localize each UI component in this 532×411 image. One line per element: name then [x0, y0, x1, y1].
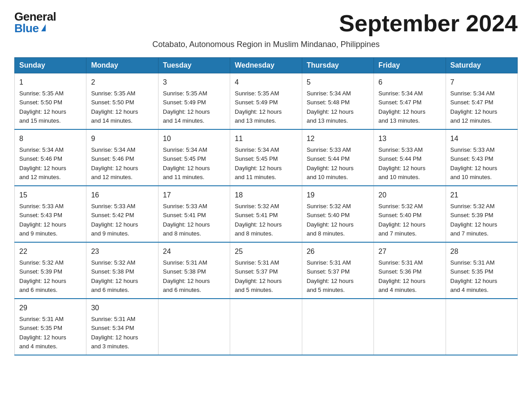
day-info: Sunrise: 5:31 AMSunset: 5:37 PMDaylight:…	[235, 259, 282, 293]
table-row: 29Sunrise: 5:31 AMSunset: 5:35 PMDayligh…	[15, 299, 86, 355]
table-row: 5Sunrise: 5:34 AMSunset: 5:48 PMDaylight…	[302, 73, 373, 130]
day-number: 9	[91, 133, 153, 144]
table-row: 17Sunrise: 5:33 AMSunset: 5:41 PMDayligh…	[158, 186, 230, 242]
calendar-week-row: 15Sunrise: 5:33 AMSunset: 5:43 PMDayligh…	[15, 186, 518, 242]
logo: General Blue	[14, 11, 56, 34]
day-number: 13	[378, 133, 441, 144]
table-row: 2Sunrise: 5:35 AMSunset: 5:50 PMDaylight…	[86, 73, 158, 130]
table-row: 21Sunrise: 5:32 AMSunset: 5:39 PMDayligh…	[446, 186, 517, 242]
table-row: 7Sunrise: 5:34 AMSunset: 5:47 PMDaylight…	[446, 73, 517, 130]
table-row: 11Sunrise: 5:34 AMSunset: 5:45 PMDayligh…	[230, 129, 302, 186]
day-number: 4	[235, 77, 297, 88]
day-number: 30	[91, 303, 153, 313]
table-row: 6Sunrise: 5:34 AMSunset: 5:47 PMDaylight…	[374, 73, 446, 130]
day-info: Sunrise: 5:35 AMSunset: 5:49 PMDaylight:…	[235, 90, 282, 124]
table-row: 28Sunrise: 5:31 AMSunset: 5:35 PMDayligh…	[446, 242, 517, 299]
day-info: Sunrise: 5:34 AMSunset: 5:45 PMDaylight:…	[235, 146, 282, 180]
calendar-week-row: 29Sunrise: 5:31 AMSunset: 5:35 PMDayligh…	[15, 299, 518, 355]
table-row: 24Sunrise: 5:31 AMSunset: 5:38 PMDayligh…	[158, 242, 230, 299]
day-info: Sunrise: 5:35 AMSunset: 5:50 PMDaylight:…	[19, 90, 66, 124]
table-row: 10Sunrise: 5:34 AMSunset: 5:45 PMDayligh…	[158, 129, 230, 186]
col-friday: Friday	[374, 58, 446, 73]
calendar-header-row: Sunday Monday Tuesday Wednesday Thursday…	[15, 58, 518, 73]
logo-blue-text: Blue	[14, 22, 46, 34]
day-number: 28	[450, 246, 513, 257]
table-row: 3Sunrise: 5:35 AMSunset: 5:49 PMDaylight…	[158, 73, 230, 130]
day-info: Sunrise: 5:31 AMSunset: 5:35 PMDaylight:…	[19, 316, 66, 350]
day-info: Sunrise: 5:33 AMSunset: 5:41 PMDaylight:…	[163, 203, 210, 237]
table-row: 15Sunrise: 5:33 AMSunset: 5:43 PMDayligh…	[15, 186, 86, 242]
table-row: 8Sunrise: 5:34 AMSunset: 5:46 PMDaylight…	[15, 129, 86, 186]
day-number: 5	[307, 77, 369, 88]
table-row: 26Sunrise: 5:31 AMSunset: 5:37 PMDayligh…	[302, 242, 373, 299]
table-row	[158, 299, 230, 355]
day-number: 15	[19, 190, 82, 201]
calendar-week-row: 22Sunrise: 5:32 AMSunset: 5:39 PMDayligh…	[15, 242, 518, 299]
col-saturday: Saturday	[446, 58, 517, 73]
day-number: 12	[307, 133, 369, 144]
table-row: 30Sunrise: 5:31 AMSunset: 5:34 PMDayligh…	[86, 299, 158, 355]
table-row: 18Sunrise: 5:32 AMSunset: 5:41 PMDayligh…	[230, 186, 302, 242]
table-row: 27Sunrise: 5:31 AMSunset: 5:36 PMDayligh…	[374, 242, 446, 299]
day-info: Sunrise: 5:32 AMSunset: 5:41 PMDaylight:…	[235, 203, 282, 237]
day-number: 3	[163, 77, 225, 88]
day-number: 19	[307, 190, 369, 201]
table-row: 16Sunrise: 5:33 AMSunset: 5:42 PMDayligh…	[86, 186, 158, 242]
table-row: 22Sunrise: 5:32 AMSunset: 5:39 PMDayligh…	[15, 242, 86, 299]
day-number: 11	[235, 133, 297, 144]
day-number: 18	[235, 190, 297, 201]
day-number: 17	[163, 190, 225, 201]
table-row: 1Sunrise: 5:35 AMSunset: 5:50 PMDaylight…	[15, 73, 86, 130]
subtitle: Cotabato, Autonomous Region in Muslim Mi…	[14, 40, 518, 49]
table-row	[446, 299, 517, 355]
day-number: 6	[378, 77, 441, 88]
day-number: 8	[19, 133, 82, 144]
day-info: Sunrise: 5:35 AMSunset: 5:49 PMDaylight:…	[163, 90, 210, 124]
day-number: 25	[235, 246, 297, 257]
day-info: Sunrise: 5:33 AMSunset: 5:43 PMDaylight:…	[19, 203, 66, 237]
table-row: 13Sunrise: 5:33 AMSunset: 5:44 PMDayligh…	[374, 129, 446, 186]
day-info: Sunrise: 5:34 AMSunset: 5:46 PMDaylight:…	[91, 146, 138, 180]
col-monday: Monday	[86, 58, 158, 73]
logo-triangle-icon	[41, 24, 46, 31]
col-wednesday: Wednesday	[230, 58, 302, 73]
calendar-week-row: 8Sunrise: 5:34 AMSunset: 5:46 PMDaylight…	[15, 129, 518, 186]
logo-general-text: General	[14, 11, 56, 22]
table-row: 14Sunrise: 5:33 AMSunset: 5:43 PMDayligh…	[446, 129, 517, 186]
day-info: Sunrise: 5:33 AMSunset: 5:43 PMDaylight:…	[450, 146, 498, 180]
table-row: 20Sunrise: 5:32 AMSunset: 5:40 PMDayligh…	[374, 186, 446, 242]
table-row: 4Sunrise: 5:35 AMSunset: 5:49 PMDaylight…	[230, 73, 302, 130]
table-row: 12Sunrise: 5:33 AMSunset: 5:44 PMDayligh…	[302, 129, 373, 186]
day-info: Sunrise: 5:35 AMSunset: 5:50 PMDaylight:…	[91, 90, 138, 124]
day-info: Sunrise: 5:33 AMSunset: 5:44 PMDaylight:…	[307, 146, 354, 180]
page-title: September 2024	[339, 11, 518, 36]
day-number: 2	[91, 77, 153, 88]
table-row: 25Sunrise: 5:31 AMSunset: 5:37 PMDayligh…	[230, 242, 302, 299]
day-number: 1	[19, 77, 82, 88]
table-row: 9Sunrise: 5:34 AMSunset: 5:46 PMDaylight…	[86, 129, 158, 186]
table-row	[302, 299, 373, 355]
calendar-table: Sunday Monday Tuesday Wednesday Thursday…	[14, 57, 518, 355]
day-info: Sunrise: 5:32 AMSunset: 5:40 PMDaylight:…	[307, 203, 354, 237]
table-row	[230, 299, 302, 355]
day-number: 7	[450, 77, 513, 88]
day-info: Sunrise: 5:34 AMSunset: 5:45 PMDaylight:…	[163, 146, 210, 180]
col-sunday: Sunday	[15, 58, 86, 73]
day-number: 22	[19, 246, 82, 257]
day-info: Sunrise: 5:31 AMSunset: 5:37 PMDaylight:…	[307, 259, 354, 293]
day-info: Sunrise: 5:34 AMSunset: 5:47 PMDaylight:…	[378, 90, 425, 124]
col-tuesday: Tuesday	[158, 58, 230, 73]
day-info: Sunrise: 5:31 AMSunset: 5:35 PMDaylight:…	[450, 259, 498, 293]
day-info: Sunrise: 5:34 AMSunset: 5:46 PMDaylight:…	[19, 146, 66, 180]
table-row	[374, 299, 446, 355]
day-info: Sunrise: 5:31 AMSunset: 5:36 PMDaylight:…	[378, 259, 425, 293]
day-number: 14	[450, 133, 513, 144]
day-number: 20	[378, 190, 441, 201]
day-number: 21	[450, 190, 513, 201]
day-info: Sunrise: 5:34 AMSunset: 5:47 PMDaylight:…	[450, 90, 498, 124]
day-number: 16	[91, 190, 153, 201]
table-row: 19Sunrise: 5:32 AMSunset: 5:40 PMDayligh…	[302, 186, 373, 242]
day-number: 24	[163, 246, 225, 257]
day-info: Sunrise: 5:33 AMSunset: 5:44 PMDaylight:…	[378, 146, 425, 180]
table-row: 23Sunrise: 5:32 AMSunset: 5:38 PMDayligh…	[86, 242, 158, 299]
